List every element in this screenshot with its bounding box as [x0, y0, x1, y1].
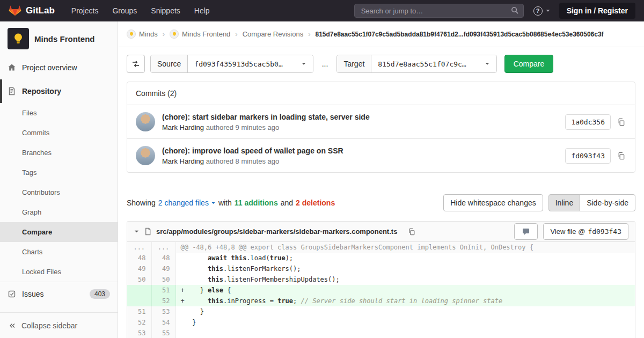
chevron-down-icon [301, 61, 306, 67]
repository-icon [8, 87, 16, 95]
code-token: else [208, 286, 223, 294]
commit-author-link[interactable]: Mark Harding [162, 157, 204, 165]
main-content: Minds › Minds Frontend › Compare Revisio… [118, 21, 644, 338]
source-revision-dropdown[interactable]: fd093f435913d5cac5b0… [188, 55, 312, 72]
new-line-number[interactable]: 52 [151, 296, 175, 306]
old-line-number[interactable]: 52 [127, 317, 151, 328]
code-token [185, 265, 208, 273]
search-input[interactable] [354, 4, 524, 18]
old-line-number[interactable] [127, 296, 151, 306]
target-label: Target [337, 55, 371, 72]
new-line-number[interactable]: 55 [151, 328, 175, 338]
sidebar-subitem-locked-files[interactable]: Locked Files [0, 262, 118, 282]
swap-revisions-button[interactable] [127, 55, 145, 73]
new-line-number[interactable]: ... [151, 242, 175, 253]
inline-view-button[interactable]: Inline [548, 194, 580, 211]
new-line-number[interactable]: 53 [151, 306, 175, 317]
diff-table-body: ......@@ -48,6 +48,8 @@ export class Gro… [127, 242, 635, 338]
swap-revisions-icon [131, 60, 140, 68]
old-line-number[interactable]: 48 [127, 253, 151, 263]
commit-title[interactable]: (chore): start sidebar markers in loadin… [162, 113, 565, 121]
new-line-number[interactable]: 54 [151, 317, 175, 328]
code-token: @@ -48,6 +48,8 @@ export class GroupsSid… [181, 244, 533, 251]
code-token: true [270, 254, 286, 262]
commit-sha-link[interactable]: fd093f43 [565, 148, 611, 164]
sign-in-register-button[interactable]: Sign in / Register [559, 3, 635, 19]
issues-icon [8, 290, 16, 298]
code-token: true [277, 297, 293, 305]
view-file-button[interactable]: View file @ fd093f43 [543, 223, 628, 240]
old-line-number[interactable]: 51 [127, 306, 151, 317]
nav-link-projects[interactable]: Projects [64, 0, 106, 21]
compare-button[interactable]: Compare [504, 55, 554, 73]
nav-link-groups[interactable]: Groups [105, 0, 144, 21]
collapse-diff-icon[interactable] [134, 229, 140, 234]
commit-sha-link[interactable]: 1a0dc356 [565, 114, 611, 130]
old-line-number[interactable] [127, 285, 151, 296]
sidebar-subitem-files[interactable]: Files [0, 103, 118, 123]
chevron-down-icon [545, 8, 551, 13]
commit-author-link[interactable]: Mark Harding [162, 123, 204, 131]
breadcrumb-minds[interactable]: Minds [127, 30, 158, 39]
sidebar-item-repository[interactable]: Repository [0, 79, 118, 103]
project-sidebar: Minds Frontend Project overview Reposito… [0, 21, 118, 338]
file-actions: View file @ fd093f43 [514, 223, 628, 240]
old-line-number[interactable]: 50 [127, 274, 151, 285]
copy-commit-sha-button[interactable] [616, 151, 626, 161]
new-line-number[interactable]: 49 [151, 263, 175, 274]
sidebar-item-issues[interactable]: Issues 403 [0, 282, 118, 306]
target-revision-group: Target 815d7e8aac55c1f07c9c… [336, 55, 496, 73]
sidebar-subitem-charts[interactable]: Charts [0, 242, 118, 262]
sidebar-subitem-contributors[interactable]: Contributors [0, 182, 118, 202]
brand-label: GitLab [26, 5, 55, 16]
diff-line-ctx: 4848 await this.load(true); [127, 253, 635, 263]
breadcrumb-minds-frontend[interactable]: Minds Frontend [170, 30, 230, 39]
new-line-number[interactable]: 51 [151, 285, 175, 296]
diff-code-cell: } [175, 317, 635, 328]
target-revision-dropdown[interactable]: 815d7e8aac55c1f07c9c… [371, 55, 496, 72]
collapse-sidebar-label: Collapse sidebar [21, 321, 77, 330]
collapse-sidebar-button[interactable]: Collapse sidebar [0, 312, 118, 338]
commit-title[interactable]: (chore): improve load speed of wallet pa… [162, 146, 565, 155]
help-menu[interactable]: ? [533, 6, 551, 16]
gitlab-logo-icon [9, 4, 21, 17]
repository-subitems: Files Commits Branches Tags Contributors… [0, 103, 118, 282]
commit-author-avatar[interactable] [136, 146, 155, 165]
sidebar-subitem-graph[interactable]: Graph [0, 202, 118, 222]
old-line-number[interactable]: 53 [127, 328, 151, 338]
commit-author-avatar[interactable] [136, 112, 155, 131]
sidebar-subitem-branches[interactable]: Branches [0, 143, 118, 163]
hide-whitespace-button[interactable]: Hide whitespace changes [443, 194, 543, 211]
diff-line-ctx: 5355 [127, 328, 635, 338]
view-file-sha: fd093f43 [588, 227, 621, 236]
breadcrumb-compare-revisions[interactable]: Compare Revisions [243, 30, 303, 38]
sidebar-subitem-compare[interactable]: Compare [0, 222, 118, 242]
changed-files-dropdown[interactable]: 2 changed files [158, 199, 216, 207]
side-by-side-view-button[interactable]: Side-by-side [580, 194, 635, 211]
gitlab-brand[interactable]: GitLab [9, 4, 55, 17]
diff-code-cell: + } else { [175, 285, 635, 296]
diff-line-ctx: 4949 this.listenForMarkers(); [127, 263, 635, 274]
old-line-number[interactable]: ... [127, 242, 151, 253]
chevron-down-icon [485, 61, 490, 67]
copy-file-path-button[interactable] [407, 227, 416, 237]
sidebar-subitem-commits[interactable]: Commits [0, 123, 118, 143]
copy-commit-sha-button[interactable] [616, 117, 626, 127]
sidebar-item-project-overview[interactable]: Project overview [0, 56, 118, 79]
diff-line-marker [181, 329, 185, 337]
old-line-number[interactable]: 49 [127, 263, 151, 274]
file-path[interactable]: src/app/modules/groups/sidebar-markers/s… [156, 227, 397, 236]
with-label: with [218, 199, 232, 207]
project-context-header[interactable]: Minds Frontend [0, 21, 118, 56]
new-line-number[interactable]: 50 [151, 274, 175, 285]
nav-link-help[interactable]: Help [187, 0, 217, 21]
toggle-comments-button[interactable] [514, 223, 538, 240]
new-line-number[interactable]: 48 [151, 253, 175, 263]
sidebar-subitem-tags[interactable]: Tags [0, 163, 118, 182]
code-token: } [185, 319, 196, 326]
nav-link-snippets[interactable]: Snippets [144, 0, 187, 21]
diff-line-marker [181, 265, 185, 273]
diff-line-add: 51+ } else { [127, 285, 635, 296]
code-token: this [208, 297, 223, 305]
deletions-count: 2 deletions [296, 199, 335, 207]
